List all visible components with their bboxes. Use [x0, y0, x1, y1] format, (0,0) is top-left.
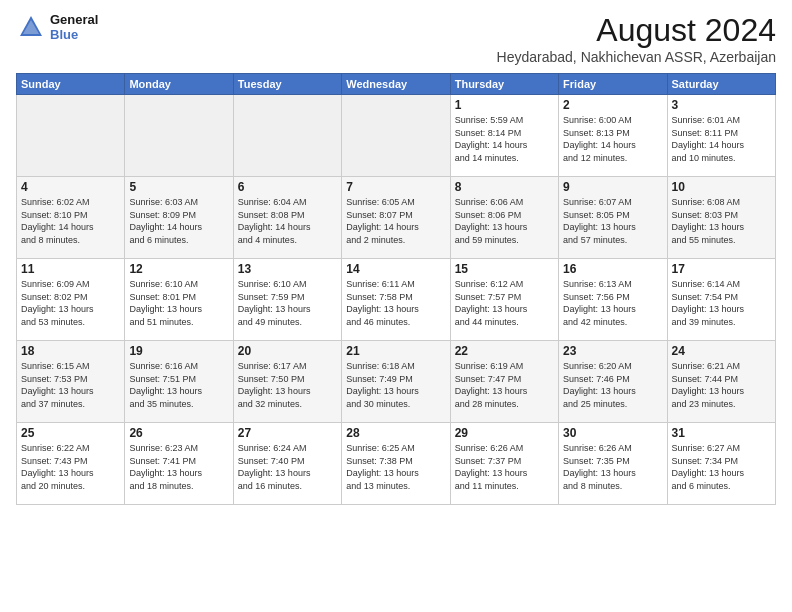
month-title: August 2024 [497, 12, 776, 49]
header-sunday: Sunday [17, 74, 125, 95]
day-info: Sunrise: 6:00 AM Sunset: 8:13 PM Dayligh… [563, 114, 662, 164]
logo-icon [16, 12, 46, 42]
table-row: 27Sunrise: 6:24 AM Sunset: 7:40 PM Dayli… [233, 423, 341, 505]
header-tuesday: Tuesday [233, 74, 341, 95]
week-row-2: 4Sunrise: 6:02 AM Sunset: 8:10 PM Daylig… [17, 177, 776, 259]
header: General Blue August 2024 Heydarabad, Nak… [16, 12, 776, 65]
day-number: 25 [21, 426, 120, 440]
table-row: 3Sunrise: 6:01 AM Sunset: 8:11 PM Daylig… [667, 95, 775, 177]
week-row-1: 1Sunrise: 5:59 AM Sunset: 8:14 PM Daylig… [17, 95, 776, 177]
day-number: 20 [238, 344, 337, 358]
table-row: 28Sunrise: 6:25 AM Sunset: 7:38 PM Dayli… [342, 423, 450, 505]
day-info: Sunrise: 6:05 AM Sunset: 8:07 PM Dayligh… [346, 196, 445, 246]
day-number: 22 [455, 344, 554, 358]
header-saturday: Saturday [667, 74, 775, 95]
day-number: 7 [346, 180, 445, 194]
header-monday: Monday [125, 74, 233, 95]
day-info: Sunrise: 6:21 AM Sunset: 7:44 PM Dayligh… [672, 360, 771, 410]
logo-text: General Blue [50, 12, 98, 42]
table-row: 30Sunrise: 6:26 AM Sunset: 7:35 PM Dayli… [559, 423, 667, 505]
table-row: 31Sunrise: 6:27 AM Sunset: 7:34 PM Dayli… [667, 423, 775, 505]
day-number: 23 [563, 344, 662, 358]
table-row: 7Sunrise: 6:05 AM Sunset: 8:07 PM Daylig… [342, 177, 450, 259]
table-row: 10Sunrise: 6:08 AM Sunset: 8:03 PM Dayli… [667, 177, 775, 259]
table-row: 18Sunrise: 6:15 AM Sunset: 7:53 PM Dayli… [17, 341, 125, 423]
day-info: Sunrise: 6:24 AM Sunset: 7:40 PM Dayligh… [238, 442, 337, 492]
table-row [342, 95, 450, 177]
header-wednesday: Wednesday [342, 74, 450, 95]
table-row: 24Sunrise: 6:21 AM Sunset: 7:44 PM Dayli… [667, 341, 775, 423]
table-row: 1Sunrise: 5:59 AM Sunset: 8:14 PM Daylig… [450, 95, 558, 177]
day-info: Sunrise: 6:18 AM Sunset: 7:49 PM Dayligh… [346, 360, 445, 410]
table-row [125, 95, 233, 177]
day-info: Sunrise: 6:10 AM Sunset: 7:59 PM Dayligh… [238, 278, 337, 328]
day-info: Sunrise: 5:59 AM Sunset: 8:14 PM Dayligh… [455, 114, 554, 164]
table-row: 8Sunrise: 6:06 AM Sunset: 8:06 PM Daylig… [450, 177, 558, 259]
table-row: 13Sunrise: 6:10 AM Sunset: 7:59 PM Dayli… [233, 259, 341, 341]
day-info: Sunrise: 6:16 AM Sunset: 7:51 PM Dayligh… [129, 360, 228, 410]
table-row: 19Sunrise: 6:16 AM Sunset: 7:51 PM Dayli… [125, 341, 233, 423]
day-number: 14 [346, 262, 445, 276]
day-number: 2 [563, 98, 662, 112]
table-row: 2Sunrise: 6:00 AM Sunset: 8:13 PM Daylig… [559, 95, 667, 177]
day-number: 26 [129, 426, 228, 440]
day-info: Sunrise: 6:07 AM Sunset: 8:05 PM Dayligh… [563, 196, 662, 246]
day-number: 8 [455, 180, 554, 194]
header-friday: Friday [559, 74, 667, 95]
table-row: 11Sunrise: 6:09 AM Sunset: 8:02 PM Dayli… [17, 259, 125, 341]
day-info: Sunrise: 6:27 AM Sunset: 7:34 PM Dayligh… [672, 442, 771, 492]
table-row: 6Sunrise: 6:04 AM Sunset: 8:08 PM Daylig… [233, 177, 341, 259]
day-info: Sunrise: 6:04 AM Sunset: 8:08 PM Dayligh… [238, 196, 337, 246]
day-info: Sunrise: 6:23 AM Sunset: 7:41 PM Dayligh… [129, 442, 228, 492]
day-info: Sunrise: 6:02 AM Sunset: 8:10 PM Dayligh… [21, 196, 120, 246]
calendar-page: General Blue August 2024 Heydarabad, Nak… [0, 0, 792, 612]
week-row-4: 18Sunrise: 6:15 AM Sunset: 7:53 PM Dayli… [17, 341, 776, 423]
title-section: August 2024 Heydarabad, Nakhichevan ASSR… [497, 12, 776, 65]
day-number: 11 [21, 262, 120, 276]
week-row-3: 11Sunrise: 6:09 AM Sunset: 8:02 PM Dayli… [17, 259, 776, 341]
day-number: 24 [672, 344, 771, 358]
day-info: Sunrise: 6:13 AM Sunset: 7:56 PM Dayligh… [563, 278, 662, 328]
day-info: Sunrise: 6:19 AM Sunset: 7:47 PM Dayligh… [455, 360, 554, 410]
day-info: Sunrise: 6:15 AM Sunset: 7:53 PM Dayligh… [21, 360, 120, 410]
logo: General Blue [16, 12, 98, 42]
table-row: 20Sunrise: 6:17 AM Sunset: 7:50 PM Dayli… [233, 341, 341, 423]
table-row: 5Sunrise: 6:03 AM Sunset: 8:09 PM Daylig… [125, 177, 233, 259]
weekday-header-row: Sunday Monday Tuesday Wednesday Thursday… [17, 74, 776, 95]
header-thursday: Thursday [450, 74, 558, 95]
day-number: 16 [563, 262, 662, 276]
day-number: 30 [563, 426, 662, 440]
day-number: 15 [455, 262, 554, 276]
day-number: 28 [346, 426, 445, 440]
day-number: 21 [346, 344, 445, 358]
day-info: Sunrise: 6:20 AM Sunset: 7:46 PM Dayligh… [563, 360, 662, 410]
table-row: 21Sunrise: 6:18 AM Sunset: 7:49 PM Dayli… [342, 341, 450, 423]
table-row: 16Sunrise: 6:13 AM Sunset: 7:56 PM Dayli… [559, 259, 667, 341]
day-number: 6 [238, 180, 337, 194]
day-info: Sunrise: 6:26 AM Sunset: 7:35 PM Dayligh… [563, 442, 662, 492]
table-row: 14Sunrise: 6:11 AM Sunset: 7:58 PM Dayli… [342, 259, 450, 341]
day-number: 18 [21, 344, 120, 358]
table-row [233, 95, 341, 177]
table-row: 22Sunrise: 6:19 AM Sunset: 7:47 PM Dayli… [450, 341, 558, 423]
table-row: 26Sunrise: 6:23 AM Sunset: 7:41 PM Dayli… [125, 423, 233, 505]
day-info: Sunrise: 6:12 AM Sunset: 7:57 PM Dayligh… [455, 278, 554, 328]
week-row-5: 25Sunrise: 6:22 AM Sunset: 7:43 PM Dayli… [17, 423, 776, 505]
table-row: 12Sunrise: 6:10 AM Sunset: 8:01 PM Dayli… [125, 259, 233, 341]
table-row: 4Sunrise: 6:02 AM Sunset: 8:10 PM Daylig… [17, 177, 125, 259]
day-info: Sunrise: 6:06 AM Sunset: 8:06 PM Dayligh… [455, 196, 554, 246]
day-number: 12 [129, 262, 228, 276]
table-row [17, 95, 125, 177]
table-row: 25Sunrise: 6:22 AM Sunset: 7:43 PM Dayli… [17, 423, 125, 505]
day-info: Sunrise: 6:25 AM Sunset: 7:38 PM Dayligh… [346, 442, 445, 492]
day-number: 3 [672, 98, 771, 112]
day-number: 27 [238, 426, 337, 440]
day-number: 4 [21, 180, 120, 194]
day-number: 10 [672, 180, 771, 194]
day-number: 31 [672, 426, 771, 440]
table-row: 15Sunrise: 6:12 AM Sunset: 7:57 PM Dayli… [450, 259, 558, 341]
table-row: 17Sunrise: 6:14 AM Sunset: 7:54 PM Dayli… [667, 259, 775, 341]
day-info: Sunrise: 6:09 AM Sunset: 8:02 PM Dayligh… [21, 278, 120, 328]
day-number: 29 [455, 426, 554, 440]
table-row: 9Sunrise: 6:07 AM Sunset: 8:05 PM Daylig… [559, 177, 667, 259]
